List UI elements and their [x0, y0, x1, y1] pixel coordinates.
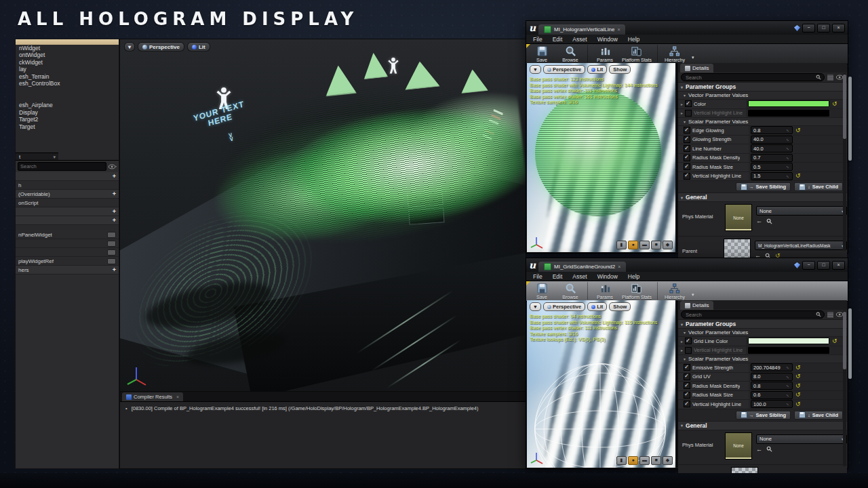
- checkbox[interactable]: [684, 382, 690, 389]
- phys-material-thumbnail[interactable]: None: [725, 432, 752, 460]
- phys-material-select[interactable]: None▾: [756, 434, 847, 444]
- tab-close-icon[interactable]: ×: [617, 27, 620, 32]
- save-button[interactable]: Save: [530, 281, 553, 300]
- list-item[interactable]: h: [16, 181, 119, 190]
- value-spinbox[interactable]: 0.7↔: [751, 154, 793, 162]
- scalar-parameters-header[interactable]: ▾Scalar Parameter Values: [678, 118, 847, 126]
- visibility-toggle-icon[interactable]: [107, 249, 116, 256]
- hierarchy-button[interactable]: Hierarchy: [663, 281, 686, 300]
- value-spinbox[interactable]: 8.0↔: [751, 373, 793, 381]
- outer-scrollbar-thumb[interactable]: [848, 308, 852, 379]
- minimize-button[interactable]: −: [802, 261, 815, 270]
- expander-icon[interactable]: ▸: [681, 102, 683, 106]
- add-icon[interactable]: +: [113, 174, 116, 180]
- tab-details[interactable]: Details: [680, 64, 713, 73]
- cube-mesh-button[interactable]: ■: [651, 241, 661, 249]
- hierarchy-button[interactable]: Hierarchy: [663, 44, 686, 62]
- vector-parameters-header[interactable]: ▾Vector Parameter Values: [678, 329, 847, 337]
- checkbox[interactable]: [684, 373, 690, 380]
- platform-stats-button[interactable]: Platform Stats: [622, 281, 652, 300]
- search-input[interactable]: [18, 162, 106, 171]
- chevron-down-icon[interactable]: ▾: [692, 292, 694, 298]
- tree-item[interactable]: esh_Airplane: [16, 102, 119, 108]
- value-spinbox[interactable]: 40.0↔: [751, 144, 793, 152]
- column-view-icon[interactable]: [827, 311, 834, 319]
- viewport-options-button[interactable]: ▾: [530, 302, 541, 311]
- window-title-bar[interactable]: u MI_GridScanlineGround2 × − □ ×: [526, 258, 848, 272]
- add-icon[interactable]: +: [113, 191, 116, 197]
- checkbox[interactable]: [685, 338, 692, 344]
- revert-icon[interactable]: ↺: [795, 383, 801, 389]
- plane-mesh-button[interactable]: ▬: [639, 456, 650, 465]
- menu-help[interactable]: Help: [628, 273, 639, 280]
- cube-mesh-button[interactable]: ■: [651, 456, 661, 465]
- menu-file[interactable]: File: [533, 273, 542, 280]
- checkbox[interactable]: [684, 173, 690, 180]
- visibility-toggle-icon[interactable]: [107, 241, 116, 247]
- material-preview-viewport[interactable]: ▾ Perspective Lit Show Base pass shader:…: [527, 300, 675, 468]
- value-spinbox[interactable]: 40.0↔: [751, 136, 793, 144]
- checkbox[interactable]: [685, 100, 692, 107]
- value-spinbox[interactable]: 1.5↔: [751, 172, 793, 180]
- revert-icon[interactable]: ↺: [795, 365, 801, 371]
- save-button[interactable]: Save: [530, 44, 553, 62]
- value-spinbox[interactable]: 0.6↔: [751, 391, 793, 399]
- list-item[interactable]: onScript: [16, 199, 119, 207]
- eye-icon[interactable]: [108, 164, 117, 169]
- custom-mesh-button[interactable]: ◆: [663, 456, 673, 465]
- layout-gem-icon[interactable]: [794, 262, 800, 268]
- column-view-icon[interactable]: [827, 74, 834, 81]
- chevron-down-icon[interactable]: ▾: [692, 55, 694, 60]
- layout-gem-icon[interactable]: [794, 25, 800, 31]
- menu-asset[interactable]: Asset: [572, 273, 587, 280]
- cylinder-mesh-button[interactable]: ▮: [616, 456, 627, 465]
- value-spinbox[interactable]: 100.0↔: [751, 400, 793, 408]
- sphere-mesh-button[interactable]: ●: [628, 241, 638, 249]
- use-selected-icon[interactable]: ←: [756, 218, 762, 224]
- window-title-bar[interactable]: u MI_HologramVerticalLine × − □ ×: [526, 21, 848, 35]
- menu-file[interactable]: File: [533, 36, 542, 43]
- tree-item[interactable]: esh_Terrain: [16, 73, 119, 80]
- category-row[interactable]: +: [16, 172, 119, 181]
- browse-to-icon[interactable]: [766, 446, 772, 452]
- tree-item[interactable]: ontWidget: [16, 52, 119, 58]
- value-spinbox[interactable]: 0.5↔: [751, 163, 793, 171]
- parameter-groups-header[interactable]: ▾Parameter Groups: [678, 83, 847, 92]
- revert-icon[interactable]: ↺: [832, 338, 837, 344]
- lit-button[interactable]: Lit: [587, 302, 607, 311]
- save-sibling-button[interactable]: →Save Sibling: [736, 411, 791, 420]
- viewport-options-button[interactable]: ▾: [124, 42, 135, 52]
- tree-item[interactable]: ckWidget: [16, 59, 119, 66]
- checkbox[interactable]: [685, 110, 692, 117]
- color-swatch[interactable]: [748, 100, 829, 107]
- tree-item[interactable]: nWidget: [16, 45, 119, 52]
- checkbox[interactable]: [684, 155, 690, 161]
- variable-row[interactable]: [16, 239, 119, 248]
- asset-tab[interactable]: MI_GridScanlineGround2 ×: [538, 262, 626, 272]
- level-viewport[interactable]: YOUR TEXT HERE ∨∨ ▾ Perspective Lit: [119, 39, 526, 392]
- maximize-button[interactable]: □: [817, 24, 830, 33]
- add-icon[interactable]: +: [113, 218, 116, 224]
- platform-stats-button[interactable]: Platform Stats: [622, 44, 652, 62]
- params-button[interactable]: Params: [593, 44, 616, 62]
- scalar-parameters-header[interactable]: ▾Scalar Parameter Values: [678, 355, 847, 363]
- show-button[interactable]: Show: [609, 302, 631, 311]
- vector-parameters-header[interactable]: ▾Vector Parameter Values: [678, 92, 847, 100]
- maximize-button[interactable]: □: [817, 261, 830, 270]
- revert-icon[interactable]: ↺: [795, 173, 801, 179]
- revert-icon[interactable]: ↺: [795, 401, 801, 407]
- color-swatch[interactable]: [748, 110, 829, 117]
- revert-icon[interactable]: ↺: [795, 392, 801, 398]
- add-icon[interactable]: +: [113, 267, 116, 273]
- expander-icon[interactable]: ▸: [681, 110, 683, 115]
- checkbox[interactable]: [684, 136, 690, 143]
- browse-button[interactable]: Browse: [559, 44, 582, 62]
- tree-item[interactable]: esh_ControlBox: [16, 80, 119, 87]
- scrollbar-thumb[interactable]: [843, 75, 846, 139]
- category-row[interactable]: hers+: [16, 266, 119, 274]
- material-preview-viewport[interactable]: ▾ Perspective Lit Show Base pass shader:…: [527, 63, 675, 252]
- revert-icon[interactable]: ↺: [832, 101, 837, 107]
- perspective-button[interactable]: Perspective: [543, 302, 585, 311]
- revert-icon[interactable]: ↺: [795, 373, 801, 380]
- color-swatch[interactable]: [748, 347, 829, 354]
